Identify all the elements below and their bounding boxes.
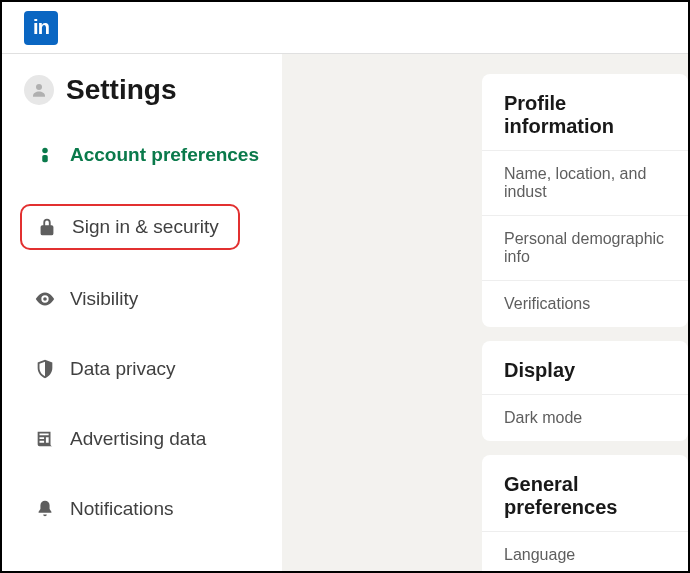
- card-row-language[interactable]: Language: [482, 531, 688, 571]
- avatar-icon: [30, 81, 48, 99]
- card-general-preferences: General preferences Language Content lan…: [482, 455, 688, 571]
- main: Settings Account preferences Sign in & s…: [2, 54, 688, 571]
- sidebar-item-advertising-data[interactable]: Advertising data: [20, 418, 282, 460]
- linkedin-logo[interactable]: in: [24, 11, 58, 45]
- sidebar-item-visibility[interactable]: Visibility: [20, 278, 282, 320]
- page-title: Settings: [66, 74, 176, 106]
- card-profile-information: Profile information Name, location, and …: [482, 74, 688, 327]
- avatar[interactable]: [24, 75, 54, 105]
- sidebar-item-label: Visibility: [70, 288, 138, 310]
- svg-rect-2: [42, 155, 48, 162]
- sidebar: Settings Account preferences Sign in & s…: [2, 54, 282, 571]
- eye-icon: [34, 288, 56, 310]
- content-area: Profile information Name, location, and …: [282, 54, 688, 571]
- lock-icon: [36, 216, 58, 238]
- card-row-demographic[interactable]: Personal demographic info: [482, 215, 688, 280]
- sidebar-item-notifications[interactable]: Notifications: [20, 488, 282, 530]
- sidebar-item-label: Account preferences: [70, 144, 259, 166]
- person-icon: [34, 144, 56, 166]
- card-display: Display Dark mode: [482, 341, 688, 441]
- card-title: Profile information: [482, 74, 688, 150]
- card-row-dark-mode[interactable]: Dark mode: [482, 394, 688, 441]
- card-row-verifications[interactable]: Verifications: [482, 280, 688, 327]
- settings-header: Settings: [20, 74, 282, 106]
- sidebar-item-account-preferences[interactable]: Account preferences: [20, 134, 282, 176]
- content-inner: Profile information Name, location, and …: [482, 74, 688, 571]
- sidebar-item-sign-in-security[interactable]: Sign in & security: [20, 204, 240, 250]
- header: in: [2, 2, 688, 54]
- svg-point-1: [42, 148, 48, 154]
- sidebar-item-label: Data privacy: [70, 358, 176, 380]
- sidebar-item-label: Sign in & security: [72, 216, 219, 238]
- card-title: General preferences: [482, 455, 688, 531]
- sidebar-item-label: Advertising data: [70, 428, 206, 450]
- card-row-name-location[interactable]: Name, location, and indust: [482, 150, 688, 215]
- svg-point-0: [36, 84, 42, 90]
- shield-icon: [34, 358, 56, 380]
- logo-text: in: [33, 16, 49, 39]
- card-title: Display: [482, 341, 688, 394]
- sidebar-item-label: Notifications: [70, 498, 174, 520]
- bell-icon: [34, 498, 56, 520]
- sidebar-item-data-privacy[interactable]: Data privacy: [20, 348, 282, 390]
- newspaper-icon: [34, 428, 56, 450]
